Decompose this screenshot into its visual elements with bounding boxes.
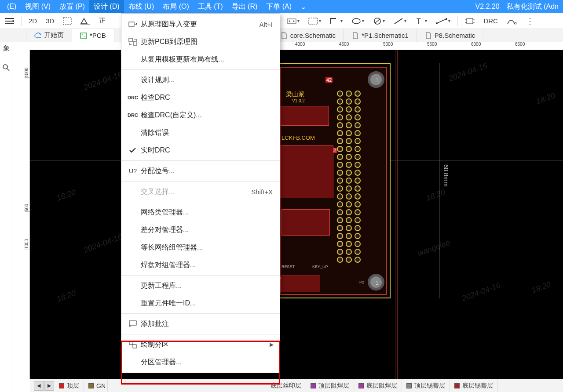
menu-design-rules[interactable]: 设计规则... — [121, 71, 280, 89]
svg-point-5 — [293, 20, 295, 22]
svg-rect-15 — [467, 18, 473, 24]
tab-core-schematic[interactable]: core.Schematic — [273, 29, 344, 42]
menu-add-annotation[interactable]: 添加批注 — [121, 315, 280, 333]
toolbar: 2D 3D 正 ▾ ▾ ▾ ▾ ▾ ▾ T▾ ▾ DRC ⋮ — [0, 13, 563, 29]
shortcut-label: Shift+X — [251, 188, 273, 196]
menu-matchedlen-manager[interactable]: 等长网络组管理器... — [121, 239, 280, 256]
layer-top-paste[interactable]: 顶层锡膏层 — [402, 379, 450, 392]
layer-top-solder[interactable]: 顶层阻焊层 — [306, 379, 354, 392]
grid-line-v — [397, 50, 398, 379]
menu-import-from-schematic[interactable]: 从原理图导入变更 Alt+I — [121, 15, 280, 33]
layer-nav-next[interactable]: ▶ — [44, 381, 54, 391]
tab-pcb[interactable]: *PCB — [72, 29, 114, 42]
menu-edit[interactable]: (E) — [3, 0, 21, 13]
tab-sidebar-label[interactable] — [0, 29, 26, 42]
text-tool[interactable]: T▾ — [413, 15, 429, 27]
menu-design[interactable]: 设计 (D) — [89, 0, 124, 13]
layer-bottom-paste[interactable]: 底层锡膏层 — [450, 379, 498, 392]
menu-update-project-lib[interactable]: 更新工程库... — [121, 277, 280, 294]
search-icon[interactable] — [0, 62, 12, 74]
svg-point-23 — [84, 36, 85, 37]
chip-package-icon[interactable] — [463, 15, 476, 27]
svg-rect-1 — [63, 18, 71, 25]
view-2d-button[interactable]: 2D — [27, 15, 39, 27]
menu-diffpair-manager[interactable]: 差分对管理器... — [121, 221, 280, 239]
measure-tool[interactable]: ▾ — [434, 15, 452, 27]
check-icon — [127, 147, 139, 153]
layer-gn[interactable]: GN — [84, 379, 108, 392]
menu-order[interactable]: 下单 (A) — [262, 0, 296, 13]
menu-update-pcb-to-schematic[interactable]: 更新PCB到原理图 — [121, 33, 280, 51]
menu-overflow[interactable]: ⌄ — [296, 3, 311, 11]
line-tool[interactable]: ▾ — [392, 15, 408, 27]
layer-bottom-silk[interactable]: 底层丝印层 — [266, 379, 306, 392]
document-icon — [281, 32, 288, 39]
menu-check-drc[interactable]: DRC 检查DRC — [121, 89, 280, 106]
pad-column — [337, 91, 344, 265]
region-tool[interactable]: ▾ — [307, 15, 323, 27]
svg-rect-29 — [129, 321, 136, 325]
tab-p1-schematic[interactable]: *P1.Schematic1 — [344, 29, 417, 42]
menu-reset-unique-id[interactable]: 重置元件唯一ID... — [121, 294, 280, 312]
menu-layout[interactable]: 布局 (O) — [158, 0, 194, 13]
board-p2-label: P2 — [359, 280, 364, 284]
layer-top[interactable]: 顶层 — [55, 379, 84, 392]
ellipse-tool[interactable]: ▾ — [350, 15, 366, 27]
ruler-vertical: 1000 500 1000 — [25, 50, 30, 379]
menu-draw-region[interactable]: 绘制分区 ▶ — [121, 336, 280, 353]
menu-padpair-manager[interactable]: 焊盘对组管理器... — [121, 256, 280, 274]
watermark: 2024-04-16 — [447, 61, 489, 83]
watermark: 2024-04-16 — [461, 281, 502, 303]
uq-icon: U? — [127, 167, 139, 174]
svg-line-9 — [375, 19, 380, 23]
svg-rect-31 — [133, 345, 136, 348]
menu-check-drc-custom[interactable]: DRC 检查DRC(自定义)... — [121, 106, 280, 124]
svg-point-7 — [352, 18, 360, 24]
menu-region-manager[interactable]: 分区管理器... — [121, 353, 280, 371]
pad-column — [346, 91, 353, 265]
svg-rect-28 — [133, 42, 137, 45]
menu-clear-errors[interactable]: 清除错误 — [121, 124, 280, 142]
watermark: 18:20 — [425, 188, 447, 203]
align-button[interactable]: 正 — [97, 15, 107, 27]
hamburger-icon[interactable] — [4, 15, 16, 27]
route-trace-icon[interactable] — [505, 15, 519, 27]
tab-label: *PCB — [90, 32, 106, 39]
layer-bottom-solder[interactable]: 底层阻焊层 — [354, 379, 402, 392]
polyline-tool[interactable]: ▾ — [328, 15, 344, 27]
svg-point-4 — [289, 20, 290, 22]
tab-label: 开始页 — [44, 31, 64, 40]
tab-p8-schematic[interactable]: P8.Schematic — [417, 29, 484, 42]
menu-realtime-drc[interactable]: 实时DRC — [121, 142, 280, 159]
menu-place[interactable]: 放置 (P) — [55, 0, 89, 13]
pcb-canvas[interactable]: 2024-04-1618:20wangqiao2024-04-1618:20wa… — [30, 50, 563, 379]
pad-tool[interactable]: ▾ — [285, 15, 301, 27]
svg-rect-26 — [129, 22, 134, 26]
menu-route[interactable]: 布线 (U) — [124, 0, 159, 13]
no-entry-tool[interactable]: ▾ — [371, 15, 387, 27]
view-3d-button[interactable]: 3D — [44, 15, 56, 27]
menu-view[interactable]: 视图 (V) — [21, 0, 55, 13]
pad-column — [355, 91, 362, 265]
tab-startpage[interactable]: 开始页 — [26, 29, 72, 42]
menu-tools[interactable]: 工具 (T) — [194, 0, 227, 13]
svg-rect-3 — [287, 19, 296, 23]
layer-bar: ◀ ▶ 顶层 GN 底层丝印层 顶层阻焊层 底层阻焊层 顶层锡膏层 底层锡膏层 — [30, 379, 563, 392]
select-region-icon[interactable] — [61, 15, 73, 27]
user-label[interactable]: 私有化测试 (Adn — [505, 2, 560, 11]
pcb-board[interactable]: 1 1 42 42 梁山派 V1.0.2 LCKFB.COM RESET KEY… — [276, 63, 391, 298]
svg-text:T: T — [417, 18, 421, 25]
menu-netclass-manager[interactable]: 网络类管理器... — [121, 203, 280, 221]
svg-line-25 — [7, 69, 9, 71]
drc-button[interactable]: DRC — [482, 15, 500, 27]
shape-icon[interactable] — [79, 15, 92, 27]
menu-assign-designators[interactable]: U? 分配位号... — [121, 162, 280, 180]
more-icon[interactable]: ⋮ — [524, 15, 536, 27]
workarea: 象 4000 4500 5000 5500 6000 6500 1000 500… — [0, 42, 563, 392]
svg-rect-30 — [129, 341, 133, 345]
layer-nav-prev[interactable]: ◀ — [34, 381, 44, 391]
shortcut-label: Alt+I — [260, 21, 273, 28]
menu-update-from-template[interactable]: 从复用模板更新布局布线... — [121, 51, 280, 68]
menu-export[interactable]: 导出 (R) — [227, 0, 262, 13]
watermark: 2024-04-16 — [82, 70, 124, 92]
